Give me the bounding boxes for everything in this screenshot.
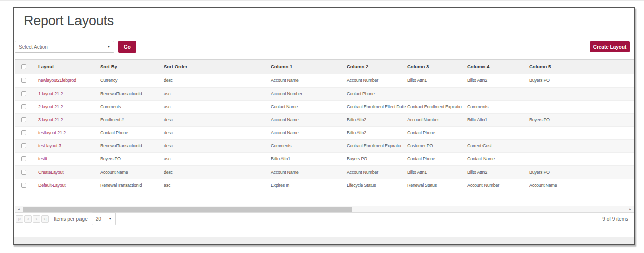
cell-col3: Contact Phone — [403, 126, 463, 139]
cell-col4 — [463, 87, 525, 100]
cell-col1: Billto Attn1 — [267, 152, 343, 165]
cell-col1: Account Name — [267, 165, 343, 179]
layout-link[interactable]: testtt — [34, 152, 96, 165]
cell-col4: Billto Attn2 — [463, 165, 525, 179]
cell-col2: Buyers PO — [343, 152, 403, 165]
action-select[interactable]: Select Action ▼ — [15, 41, 114, 53]
row-checkbox[interactable] — [21, 117, 26, 122]
row-checkbox[interactable] — [21, 91, 26, 96]
column-header-column-1[interactable]: Column 1 — [267, 60, 343, 74]
cell-col3: Billto Attn1 — [403, 74, 463, 87]
table-row: testlayout-21-2Contact PhonedescAccount … — [15, 126, 634, 139]
layout-link[interactable]: 3-layout-21-2 — [34, 113, 96, 126]
table-header-row: LayoutSort BySort OrderColumn 1Column 2C… — [15, 60, 634, 74]
chevron-down-icon: ▼ — [109, 217, 112, 220]
pager-last-button[interactable]: >| — [41, 215, 49, 223]
cell-sort_by: Buyers PO — [96, 152, 159, 165]
layout-link[interactable]: CreateLayout — [34, 165, 96, 179]
table-row: newlayout21febprodCurrencydescAccount Na… — [15, 74, 634, 87]
row-checkbox[interactable] — [21, 143, 26, 148]
layout-link[interactable]: 1-layout-21-2 — [34, 87, 96, 100]
cell-col4 — [463, 126, 525, 139]
cell-sort_by: RenewalTransactionId — [96, 139, 159, 152]
column-header-column-2[interactable]: Column 2 — [343, 60, 403, 74]
go-button[interactable]: Go — [118, 41, 136, 53]
cell-sort_order: desc — [159, 139, 267, 152]
cell-col3 — [403, 87, 463, 100]
cell-col2: Lifecycle Status — [343, 179, 403, 192]
cell-col2: Contact Phone — [343, 87, 403, 100]
row-checkbox[interactable] — [21, 156, 26, 161]
cell-col2: Account Number — [343, 165, 403, 179]
cell-sort_order: desc — [159, 126, 267, 139]
cell-sort_order: asc — [159, 152, 267, 165]
row-checkbox[interactable] — [21, 170, 26, 175]
row-checkbox[interactable] — [21, 78, 26, 83]
cell-sort_by: Enrollment # — [96, 113, 159, 126]
window-top-edge — [0, 0, 644, 1]
row-checkbox[interactable] — [21, 104, 26, 109]
cell-sort_by: RenewalTransactionId — [96, 87, 159, 100]
pager-first-button[interactable]: |< — [16, 215, 23, 223]
table-row: Default-LayoutRenewalTransactionIdascExp… — [15, 179, 634, 192]
cell-col3: Contact Phone — [403, 152, 463, 165]
layout-link[interactable]: 2-layout-21-2 — [34, 100, 96, 113]
cell-col5 — [525, 139, 631, 152]
cell-col1: Account Name — [267, 126, 343, 139]
layout-link[interactable]: Default-Layout — [34, 179, 96, 192]
table-row: 3-layout-21-2Enrollment #descAccount Nam… — [15, 113, 634, 126]
table-row: test-layout-3RenewalTransactionIddescCom… — [15, 139, 634, 152]
page-size-select[interactable]: 20 ▼ — [92, 212, 116, 225]
cell-sort_by: RenewalTransactionId — [96, 179, 159, 192]
table-row: 1-layout-21-2RenewalTransactionIdascAcco… — [15, 87, 634, 100]
cell-sort_by: Account Name — [96, 165, 159, 179]
page-size-value: 20 — [96, 216, 109, 222]
row-checkbox[interactable] — [21, 130, 26, 135]
cell-col2: Billto Attn2 — [343, 126, 403, 139]
cell-col2: Contract Enrollment Expiratio... — [343, 139, 403, 152]
cell-col4: Account Number — [463, 179, 525, 192]
cell-sort_order: desc — [159, 113, 267, 126]
cell-sort_by: Comments — [96, 100, 159, 113]
cell-col3: Billto Attn1 — [403, 165, 463, 179]
items-count-summary: 9 of 9 items — [602, 216, 628, 222]
cell-sort_order: asc — [159, 179, 267, 192]
cell-sort_order: desc — [159, 165, 267, 179]
report-layouts-panel: Report Layouts Select Action ▼ Go Create… — [13, 7, 635, 245]
create-layout-button[interactable]: Create Layout — [590, 41, 630, 52]
cell-col3: Account Number — [403, 113, 463, 126]
column-header-column-5[interactable]: Column 5 — [525, 60, 631, 74]
cell-sort_by: Contact Phone — [96, 126, 159, 139]
cell-col5 — [525, 126, 631, 139]
layout-link[interactable]: testlayout-21-2 — [34, 126, 96, 139]
cell-col2: Contract Enrollment Effect Date — [343, 100, 403, 113]
panel-footer-strip — [14, 237, 634, 244]
cell-col2: Account Number — [343, 74, 403, 87]
layout-link[interactable]: test-layout-3 — [34, 139, 96, 152]
column-header-sort-order[interactable]: Sort Order — [159, 60, 267, 74]
pager-prev-button[interactable]: < — [24, 215, 32, 223]
cell-col4: Billto Attn1 — [463, 113, 525, 126]
cell-col2: Billto Attn2 — [343, 113, 403, 126]
cell-col5 — [525, 87, 631, 100]
cell-col4: Current Cost — [463, 139, 525, 152]
select-all-checkbox[interactable] — [21, 64, 26, 69]
cell-col5: Buyers PO — [525, 113, 631, 126]
cell-col5 — [525, 152, 631, 165]
pager-next-button[interactable]: > — [33, 215, 40, 223]
table-row: testttBuyers POascBillto Attn1Buyers POC… — [15, 152, 634, 165]
chevron-down-icon: ▼ — [107, 45, 110, 48]
layout-link[interactable]: newlayout21febprod — [34, 74, 96, 87]
column-header-column-3[interactable]: Column 3 — [403, 60, 463, 74]
page-title: Report Layouts — [24, 13, 114, 29]
cell-sort_by: Currency — [96, 74, 159, 87]
row-checkbox[interactable] — [21, 183, 26, 188]
column-header-column-4[interactable]: Column 4 — [463, 60, 525, 74]
cell-sort_order: asc — [159, 100, 267, 113]
cell-col1: Account Name — [267, 74, 343, 87]
pager: |< < > >| Items per page 20 ▼ 9 of 9 ite… — [16, 210, 628, 227]
cell-col1: Contact Name — [267, 100, 343, 113]
column-header-sort-by[interactable]: Sort By — [96, 60, 159, 74]
layouts-table: LayoutSort BySort OrderColumn 1Column 2C… — [15, 60, 634, 192]
column-header-layout[interactable]: Layout — [34, 60, 96, 74]
